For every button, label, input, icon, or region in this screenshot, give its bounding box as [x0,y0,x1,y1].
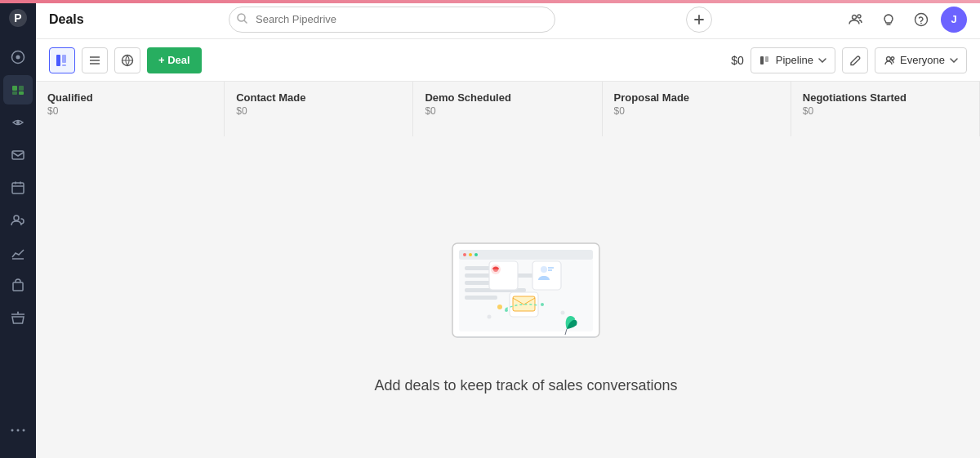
kanban-view-btn[interactable] [49,47,75,73]
bulb-icon[interactable] [875,7,902,33]
pipeline-button[interactable]: Pipeline [751,47,835,73]
sidebar-item-deals[interactable] [3,75,33,104]
svg-rect-49 [465,273,538,278]
kanban-column-proposal_made: Proposal Made $0 [603,82,791,136]
column-body-qualified[interactable] [36,123,224,136]
sidebar-item-calendar[interactable] [3,173,33,202]
logo[interactable]: P [7,7,29,29]
main-content: Deals [36,0,980,458]
svg-point-30 [920,22,922,24]
sidebar-item-campaigns[interactable] [3,108,33,137]
svg-point-45 [463,253,466,256]
column-body-contact_made[interactable] [225,123,412,136]
avatar[interactable]: J [941,7,967,33]
svg-rect-5 [19,86,24,91]
svg-rect-53 [489,261,518,290]
sidebar-item-mail[interactable] [3,140,33,170]
kanban-wrapper: Qualified $0 Contact Made $0 Demo Schedu… [36,82,980,458]
forecast-view-btn[interactable] [114,47,140,73]
svg-rect-50 [465,281,506,285]
total-value: $0 [731,54,744,67]
svg-point-41 [891,56,894,60]
svg-rect-44 [459,250,593,260]
svg-point-14 [14,216,19,220]
column-value: $0 [236,105,401,117]
help-icon[interactable] [908,7,934,33]
svg-point-40 [887,56,891,60]
svg-rect-32 [62,55,66,63]
svg-point-46 [469,253,472,256]
column-header-negotiations_started: Negotiations Started $0 [791,82,979,123]
svg-rect-59 [510,292,538,317]
svg-point-47 [474,253,478,256]
column-body-proposal_made[interactable] [603,123,791,136]
svg-rect-48 [465,266,514,270]
svg-rect-55 [532,261,561,290]
svg-point-26 [853,15,857,19]
column-name: Negotiations Started [803,91,968,104]
topbar-right: J [843,7,967,33]
sidebar-item-products[interactable] [3,271,33,300]
column-body-negotiations_started[interactable] [791,123,979,136]
toolbar-right: $0 Pipeline [731,47,967,73]
kanban-area: Qualified $0 Contact Made $0 Demo Schedu… [36,82,980,136]
svg-point-63 [541,303,544,306]
svg-rect-52 [465,296,497,300]
column-body-demo_scheduled[interactable] [413,123,601,136]
column-header-contact_made: Contact Made $0 [225,82,412,123]
svg-rect-31 [56,55,60,66]
column-name: Proposal Made [614,91,779,104]
column-header-demo_scheduled: Demo Scheduled $0 [413,82,601,123]
add-button[interactable] [686,7,712,33]
sidebar-nav [0,42,36,416]
search-input[interactable] [229,7,555,33]
svg-point-27 [858,15,861,18]
sidebar-item-reports[interactable] [3,238,33,268]
sidebar-item-more[interactable] [3,416,33,445]
svg-point-61 [497,305,502,309]
page-title: Deals [49,12,98,27]
kanban-column-negotiations_started: Negotiations Started $0 [791,82,980,136]
column-name: Demo Scheduled [425,91,590,104]
sidebar: P [0,0,36,458]
empty-state: Add deals to keep track of sales convers… [72,163,980,458]
kanban-column-qualified: Qualified $0 [36,82,225,136]
list-view-btn[interactable] [82,47,108,73]
column-header-proposal_made: Proposal Made $0 [603,82,791,123]
sidebar-item-marketplace[interactable] [3,304,33,333]
sidebar-item-activity[interactable] [3,42,33,72]
search-bar [229,7,555,33]
svg-point-3 [16,56,20,60]
column-header-qualified: Qualified $0 [36,82,224,123]
edit-button[interactable] [842,47,868,73]
svg-rect-9 [12,151,24,159]
svg-rect-7 [19,91,24,95]
sidebar-item-contacts[interactable] [3,206,33,235]
top-accent-bar [0,0,980,3]
kanban-column-contact_made: Contact Made $0 [225,82,413,136]
svg-rect-6 [12,91,17,95]
svg-point-54 [491,265,501,274]
everyone-button[interactable]: Everyone [875,47,967,73]
topbar: Deals [36,0,980,39]
add-deal-button[interactable]: + Deal [147,47,202,73]
svg-rect-10 [12,183,24,193]
svg-point-18 [17,312,19,313]
toolbar: + Deal $0 Pipeline [36,39,980,82]
column-value: $0 [803,105,968,117]
column-name: Qualified [47,91,212,104]
svg-point-65 [561,311,565,315]
svg-rect-39 [765,56,768,62]
column-value: $0 [47,105,212,117]
svg-rect-51 [465,288,526,292]
search-icon [237,13,247,26]
empty-illustration [412,227,640,358]
column-value: $0 [614,105,779,117]
svg-rect-33 [62,64,66,66]
svg-rect-4 [12,86,17,91]
people-icon[interactable] [843,7,869,33]
svg-point-62 [505,309,508,312]
svg-rect-60 [513,296,535,311]
svg-point-56 [541,266,547,273]
empty-state-text: Add deals to keep track of sales convers… [374,377,677,394]
